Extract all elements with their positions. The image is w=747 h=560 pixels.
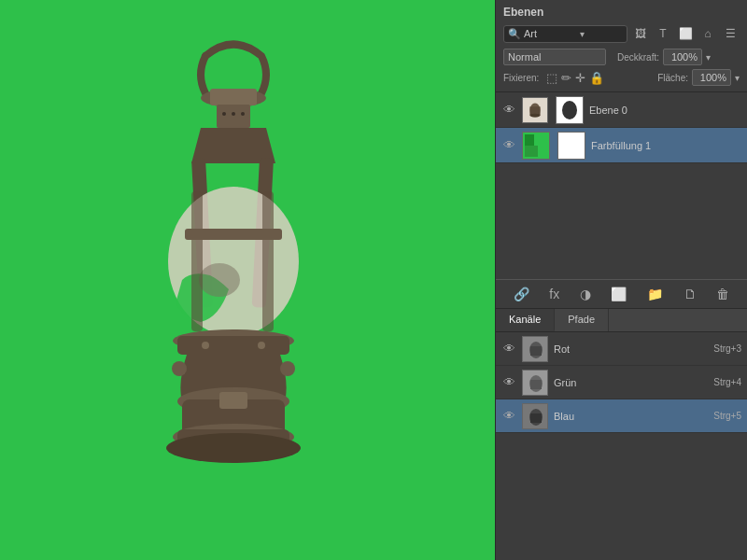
svg-point-23	[202, 342, 209, 349]
blend-mode-select[interactable]: Normal Multiplizieren Negativ multiplizi…	[503, 49, 606, 65]
channel-name-blau: Blau	[554, 411, 708, 422]
svg-rect-10	[191, 191, 203, 331]
svg-point-28	[529, 113, 540, 117]
channel-item-blau[interactable]: 👁 Blau Strg+5	[496, 399, 747, 433]
svg-point-30	[562, 101, 577, 119]
channel-visibility-rot[interactable]: 👁	[501, 342, 516, 356]
layers-panel-title: Ebenen	[503, 6, 740, 19]
search-box[interactable]: 🔍 ▾	[503, 25, 627, 43]
layer-name-0: Ebene 0	[589, 105, 741, 116]
opacity-row: Deckkraft: ▾	[617, 49, 740, 65]
svg-point-9	[199, 263, 240, 297]
channel-shortcut-rot: Strg+3	[713, 343, 741, 354]
svg-rect-12	[185, 229, 282, 240]
lantern-svg	[56, 28, 411, 532]
fill-input[interactable]	[692, 69, 731, 86]
lock-icons: ⬚ ✏ ✛ 🔒	[546, 71, 604, 85]
fill-label: Fläche:	[657, 73, 688, 83]
fill-arrow: ▾	[735, 73, 740, 83]
mask-icon[interactable]: ⬜	[611, 287, 627, 301]
layers-bottom-toolbar: 🔗 fx ◑ ⬜ 📁 🗋 🗑	[496, 279, 747, 309]
channel-name-rot: Rot	[554, 343, 708, 355]
search-icon: 🔍	[508, 28, 521, 40]
adjustment-icon[interactable]: ◑	[580, 287, 591, 301]
svg-point-24	[258, 342, 265, 349]
opacity-label: Deckkraft:	[617, 52, 659, 63]
lock-label: Fixieren:	[503, 73, 539, 83]
layers-toolbar: 🔍 ▾ 🖼 T ⬜ ⌂ ☰	[503, 24, 740, 43]
svg-rect-1	[210, 89, 257, 105]
layer-mask-0	[556, 96, 584, 124]
svg-rect-33	[525, 134, 534, 146]
channel-thumb-rot	[522, 336, 548, 362]
dropdown-arrow-icon: ▾	[580, 29, 585, 39]
lock-all-icon[interactable]: 🔒	[589, 71, 604, 85]
opacity-input[interactable]	[663, 49, 702, 65]
right-panel: Ebenen 🔍 ▾ 🖼 T ⬜ ⌂ ☰ Normal Multiplizier…	[495, 0, 747, 560]
channel-item-rot[interactable]: 👁 Rot Strg+3	[496, 332, 747, 366]
layer-item-0[interactable]: 👁 Ebene 0	[496, 92, 747, 128]
tab-channels[interactable]: Kanäle	[496, 309, 555, 331]
visibility-toggle-1[interactable]: 👁	[501, 138, 516, 152]
new-layer-icon[interactable]: 🗋	[684, 287, 697, 301]
layer-item-1[interactable]: 👁 Farbfüllung 1	[496, 128, 747, 163]
svg-point-4	[232, 112, 235, 116]
lantern-image	[56, 28, 411, 532]
channel-thumb-gruen	[522, 370, 548, 396]
channel-visibility-blau[interactable]: 👁	[501, 409, 516, 423]
lock-position-icon[interactable]: ✛	[575, 71, 585, 85]
channel-name-gruen: Grün	[554, 377, 708, 388]
layer-name-1: Farbfüllung 1	[591, 140, 741, 151]
fill-row: Fläche: ▾	[657, 69, 740, 86]
svg-point-21	[166, 433, 301, 463]
blend-mode-row: Normal Multiplizieren Negativ multiplizi…	[503, 49, 740, 65]
channel-thumb-blau	[522, 403, 548, 429]
tab-paths[interactable]: Pfade	[555, 309, 609, 331]
svg-rect-11	[262, 191, 274, 331]
link-icon[interactable]: 🔗	[514, 287, 529, 301]
layers-list: 👁 Ebene 0 👁	[496, 92, 747, 279]
visibility-toggle-0[interactable]: 👁	[501, 103, 516, 117]
layer-type-filter-icon[interactable]: 🖼	[631, 24, 650, 43]
svg-point-5	[241, 112, 245, 116]
svg-rect-22	[219, 392, 247, 409]
channels-tabs: Kanäle Pfade	[496, 309, 747, 332]
svg-point-16	[280, 361, 295, 376]
layer-mask-1	[557, 132, 585, 160]
canvas-area	[0, 0, 495, 560]
folder-icon[interactable]: 📁	[647, 287, 663, 301]
delete-layer-icon[interactable]: 🗑	[716, 287, 729, 301]
svg-rect-2	[217, 105, 250, 128]
svg-rect-34	[558, 133, 585, 159]
lock-paint-icon[interactable]: ✏	[561, 71, 571, 85]
adjustment-filter-icon[interactable]: T	[654, 24, 672, 43]
smart-filter-icon[interactable]: ⌂	[698, 24, 717, 43]
search-input[interactable]	[524, 28, 580, 39]
layer-thumb-0	[522, 97, 548, 123]
channels-panel: Kanäle Pfade 👁 Rot Strg+3 👁	[496, 309, 747, 560]
lock-pixels-icon[interactable]: ⬚	[546, 71, 557, 85]
svg-rect-37	[530, 346, 542, 356]
channel-shortcut-gruen: Strg+4	[713, 377, 741, 387]
fx-icon[interactable]: fx	[549, 287, 559, 301]
layer-thumb-1	[522, 132, 550, 160]
svg-rect-14	[177, 336, 289, 355]
channels-list: 👁 Rot Strg+3 👁	[496, 332, 747, 560]
lock-row: Fixieren: ⬚ ✏ ✛ 🔒 Fläche: ▾	[503, 69, 740, 86]
svg-rect-40	[530, 380, 542, 389]
svg-rect-43	[530, 413, 542, 423]
channel-item-gruen[interactable]: 👁 Grün Strg+4	[496, 366, 747, 399]
opacity-arrow: ▾	[706, 52, 711, 63]
svg-rect-32	[525, 146, 538, 157]
channel-visibility-gruen[interactable]: 👁	[501, 375, 516, 389]
svg-point-15	[172, 361, 187, 376]
channel-shortcut-blau: Strg+5	[713, 411, 741, 421]
layers-header: Ebenen 🔍 ▾ 🖼 T ⬜ ⌂ ☰ Normal Multiplizier…	[496, 0, 747, 92]
shape-filter-icon[interactable]: ⬜	[676, 24, 695, 43]
panel-menu-icon[interactable]: ☰	[721, 24, 740, 43]
svg-point-3	[222, 112, 226, 116]
